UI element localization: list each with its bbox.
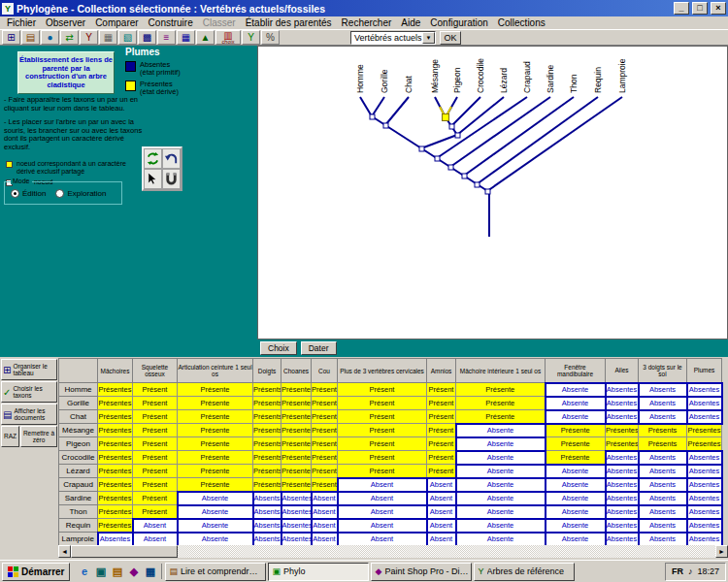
matrix-cell[interactable]: Absentes xyxy=(606,410,639,424)
matrix-cell[interactable]: Absents xyxy=(639,533,687,546)
matrix-cell[interactable]: Absente xyxy=(178,505,253,519)
matrix-cell[interactable]: Absents xyxy=(639,492,687,505)
matrix-cell[interactable]: Présents xyxy=(253,424,281,437)
menu-item-configuration[interactable]: Configuration xyxy=(425,17,492,28)
horizontal-scrollbar[interactable]: ◄ ► xyxy=(58,545,728,558)
ok-button[interactable]: OK xyxy=(440,31,461,45)
matrix-cell[interactable]: Absente xyxy=(546,492,606,505)
matrix-cell[interactable]: Présentes xyxy=(98,478,133,492)
matrix-cell[interactable]: Présentes xyxy=(281,383,312,397)
matrix-cell[interactable]: Présent xyxy=(133,492,178,505)
mode-option-exploration[interactable]: Exploration xyxy=(55,189,106,198)
boxes-button[interactable]: ▧ xyxy=(118,30,137,45)
menu-item-observer[interactable]: Observer xyxy=(41,17,90,28)
menu-item-collections[interactable]: Collections xyxy=(493,17,550,28)
matrix-cell[interactable]: Présent xyxy=(338,451,427,465)
matrix-cell[interactable]: Présent xyxy=(338,383,427,397)
matrix-cell[interactable]: Présent xyxy=(133,505,178,519)
outlook-icon[interactable]: ▤ xyxy=(110,564,124,579)
matrix-cell[interactable]: Présentes xyxy=(687,424,722,437)
matrix-cell[interactable]: Absents xyxy=(639,410,687,424)
matrix-cell[interactable]: Présentes xyxy=(281,410,312,424)
menu-item-construire[interactable]: Construire xyxy=(144,17,198,28)
cladogram-svg[interactable]: HommeGorilleChatMésangePigeonCrocodileLé… xyxy=(258,47,727,339)
matrix-cell[interactable]: Présente xyxy=(456,383,546,397)
menu-item-aide[interactable]: Aide xyxy=(396,17,425,28)
taxon-row-header-chat[interactable]: Chat xyxy=(59,410,98,424)
matrix-cell[interactable]: Absente xyxy=(546,533,606,546)
matrix-cell[interactable]: Présents xyxy=(639,437,687,451)
taxon-label-mesange[interactable]: Mésange xyxy=(430,59,440,93)
matrix-cell[interactable]: Absentes xyxy=(687,478,722,492)
matrix-cell[interactable]: Présente xyxy=(178,410,253,424)
compare-button[interactable]: ⇄ xyxy=(60,30,79,45)
choice-stack-button[interactable]: ▥choix xyxy=(215,30,241,45)
matrix-cell[interactable]: Présent xyxy=(312,397,338,410)
matrix-cell[interactable]: Absentes xyxy=(687,397,722,410)
matrix-cell[interactable]: Absentes xyxy=(281,533,312,546)
scrollbar-track[interactable] xyxy=(71,545,715,558)
column-header-3-doigts-sur-le-sol[interactable]: 3 doigts sur le sol xyxy=(639,359,687,383)
close-button[interactable]: × xyxy=(711,2,726,15)
matrix-cell[interactable]: Absente xyxy=(178,492,253,505)
task-button-lire-et-comprendre-les-ar[interactable]: ▤Lire et comprendre les ar... xyxy=(165,563,266,581)
taxon-row-header-mesange[interactable]: Mésange xyxy=(59,424,98,437)
matrix-cell[interactable]: Présentes xyxy=(98,492,133,505)
recycle-icon[interactable] xyxy=(144,148,162,169)
matrix-cell[interactable]: Absentes xyxy=(281,492,312,505)
scrollbar-thumb[interactable] xyxy=(71,545,178,558)
media-icon[interactable]: ◆ xyxy=(126,564,141,579)
column-header-fenetre-mandibulaire[interactable]: Fenêtre mandibulaire xyxy=(546,359,606,383)
task-button-paint-shop-pro-diapside[interactable]: ◆Paint Shop Pro - Diapside... xyxy=(371,563,472,581)
menu-item-rechercher[interactable]: Rechercher xyxy=(337,17,397,28)
taxon-label-crapaud[interactable]: Crapaud xyxy=(522,61,532,93)
matrix-cell[interactable]: Absentes xyxy=(606,519,639,533)
taxon-row-header-sardine[interactable]: Sardine xyxy=(59,492,98,505)
matrix-cell[interactable]: Absentes xyxy=(606,465,639,478)
matrix-cell[interactable]: Présent xyxy=(338,437,427,451)
undo-icon[interactable] xyxy=(162,148,181,169)
matrix-cell[interactable]: Absente xyxy=(178,533,253,546)
taxon-label-lamproie[interactable]: Lamproie xyxy=(617,58,627,93)
matrix-cell[interactable]: Présents xyxy=(253,383,281,397)
matrix-cell[interactable]: Présent xyxy=(133,465,178,478)
matrix-cell[interactable]: Absent xyxy=(312,533,338,546)
matrix-cell[interactable]: Absente xyxy=(178,519,253,533)
menu-item-classer[interactable]: Classer xyxy=(198,17,241,28)
matrix-cell[interactable]: Absente xyxy=(456,424,546,437)
classify-button[interactable]: ▦ xyxy=(99,30,117,45)
collection-select[interactable]: Vertébrés actuels ▼ xyxy=(350,31,436,45)
taxon-label-homme[interactable]: Homme xyxy=(355,64,365,93)
task-button-phylo[interactable]: ▣Phylo xyxy=(268,563,369,581)
matrix-cell[interactable]: Présents xyxy=(253,410,281,424)
matrix-cell[interactable]: Présentes xyxy=(98,383,133,397)
matrix-cell[interactable]: Absentes xyxy=(687,505,722,519)
matrix-cell[interactable]: Présent xyxy=(312,451,338,465)
matrix-cell[interactable]: Présent xyxy=(338,424,427,437)
taxon-row-header-thon[interactable]: Thon xyxy=(59,505,98,519)
matrix-cell[interactable]: Présentes xyxy=(281,424,312,437)
matrix-cell[interactable]: Présent xyxy=(427,397,456,410)
taxon-label-sardine[interactable]: Sardine xyxy=(546,64,555,93)
matrix-cell[interactable]: Absentes xyxy=(687,519,722,533)
matrix-cell[interactable]: Absent xyxy=(338,478,427,492)
matrix-cell[interactable]: Absentes xyxy=(606,478,639,492)
explorer-icon[interactable]: ▦ xyxy=(143,564,157,579)
menu-item-fichier[interactable]: Fichier xyxy=(2,17,41,28)
observe-button[interactable]: ● xyxy=(41,30,59,45)
column-header-machoires[interactable]: Mâchoires xyxy=(98,359,133,383)
column-header-choanes[interactable]: Choanes xyxy=(281,359,312,383)
taxon-row-header-lezard[interactable]: Lézard xyxy=(59,465,98,478)
matrix-cell[interactable]: Absent xyxy=(427,533,456,546)
matrix-cell[interactable]: Présent xyxy=(427,410,456,424)
matrix-cell[interactable]: Présentes xyxy=(687,437,722,451)
matrix-cell[interactable]: Absent xyxy=(338,533,427,546)
magnet-icon[interactable] xyxy=(162,169,181,189)
matrix-cell[interactable]: Absentes xyxy=(687,451,722,465)
organize-table-button[interactable]: ⊞ Organiser le tableau xyxy=(1,359,57,380)
matrix-cell[interactable]: Présentes xyxy=(281,465,312,478)
matrix-cell[interactable]: Absente xyxy=(546,465,606,478)
scroll-right-button[interactable]: ► xyxy=(715,545,728,558)
language-indicator[interactable]: FR xyxy=(672,566,683,576)
menu-item-etablir-des-parentes[interactable]: Établir des parentés xyxy=(241,17,337,28)
